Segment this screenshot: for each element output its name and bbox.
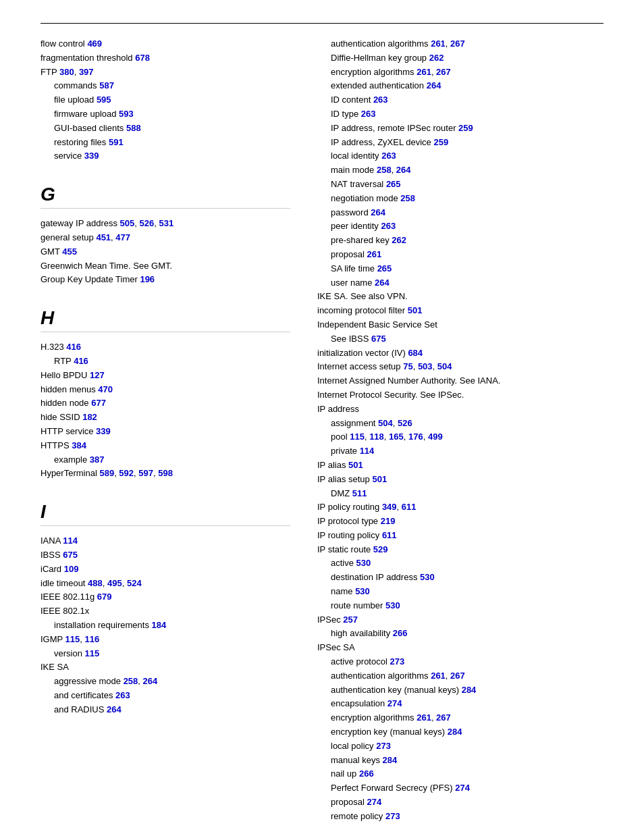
page-link[interactable]: 273 <box>385 811 400 821</box>
page-link[interactable]: 284 <box>462 685 477 695</box>
page-link[interactable]: 109 <box>64 564 79 574</box>
page-link[interactable]: 501 <box>408 305 423 315</box>
page-link[interactable]: 416 <box>66 342 81 352</box>
page-link[interactable]: 530 <box>355 586 370 596</box>
page-link[interactable]: 611 <box>402 502 417 512</box>
page-link[interactable]: 265 <box>377 263 392 273</box>
page-link[interactable]: 499 <box>428 432 443 442</box>
page-link[interactable]: 264 <box>375 278 390 288</box>
page-link[interactable]: 380 <box>59 67 74 77</box>
page-link[interactable]: 274 <box>387 698 402 708</box>
page-link[interactable]: 598 <box>158 468 173 478</box>
page-link[interactable]: 587 <box>99 80 114 90</box>
page-link[interactable]: 264 <box>427 80 441 90</box>
page-link[interactable]: 165 <box>389 432 404 442</box>
page-link[interactable]: 488 <box>88 578 103 588</box>
page-link[interactable]: 273 <box>390 656 404 667</box>
page-link[interactable]: 678 <box>135 53 150 63</box>
page-link[interactable]: 455 <box>62 246 77 257</box>
page-link[interactable]: 114 <box>63 536 78 546</box>
page-link[interactable]: 115 <box>350 432 365 442</box>
page-link[interactable]: 258 <box>124 676 138 686</box>
page-link[interactable]: 263 <box>115 690 130 700</box>
page-link[interactable]: 258 <box>377 165 392 175</box>
page-link[interactable]: 501 <box>372 474 387 484</box>
page-link[interactable]: 114 <box>360 446 375 456</box>
page-link[interactable]: 262 <box>429 53 444 63</box>
page-link[interactable]: 592 <box>119 468 134 478</box>
page-link[interactable]: 262 <box>392 235 406 245</box>
page-link[interactable]: 679 <box>97 592 112 602</box>
page-link[interactable]: 526 <box>398 418 412 428</box>
page-link[interactable]: 477 <box>115 232 130 242</box>
page-link[interactable]: 495 <box>107 578 122 588</box>
page-link[interactable]: 264 <box>143 676 158 686</box>
page-link[interactable]: 176 <box>408 432 423 442</box>
page-link[interactable]: 267 <box>450 671 465 681</box>
page-link[interactable]: 184 <box>152 620 167 630</box>
page-link[interactable]: 261 <box>431 671 446 681</box>
page-link[interactable]: 266 <box>393 628 408 638</box>
page-link[interactable]: 505 <box>120 218 135 228</box>
page-link[interactable]: 266 <box>359 768 374 779</box>
page-link[interactable]: 511 <box>352 488 367 498</box>
page-link[interactable]: 503 <box>418 361 433 371</box>
page-link[interactable]: 595 <box>97 95 111 105</box>
page-link[interactable]: 284 <box>383 755 398 765</box>
page-link[interactable]: 591 <box>109 137 124 147</box>
page-link[interactable]: 118 <box>369 432 384 442</box>
page-link[interactable]: 597 <box>138 468 153 478</box>
page-link[interactable]: 469 <box>87 38 102 49</box>
page-link[interactable]: 677 <box>91 398 106 408</box>
page-link[interactable]: 675 <box>63 550 78 560</box>
page-link[interactable]: 115 <box>85 648 100 658</box>
page-link[interactable]: 273 <box>376 741 391 751</box>
page-link[interactable]: 611 <box>382 530 397 540</box>
page-link[interactable]: 530 <box>420 572 435 582</box>
page-link[interactable]: 264 <box>107 704 122 714</box>
page-link[interactable]: 530 <box>385 600 400 610</box>
page-link[interactable]: 274 <box>367 797 381 807</box>
page-link[interactable]: 264 <box>396 165 411 175</box>
page-link[interactable]: 530 <box>356 558 371 568</box>
page-link[interactable]: 115 <box>65 634 80 644</box>
page-link[interactable]: 265 <box>386 179 401 189</box>
page-link[interactable]: 267 <box>450 38 465 49</box>
page-link[interactable]: 529 <box>373 544 388 554</box>
page-link[interactable]: 267 <box>436 67 451 77</box>
page-link[interactable]: 263 <box>361 109 376 119</box>
page-link[interactable]: 259 <box>458 123 473 133</box>
page-link[interactable]: 501 <box>348 460 363 470</box>
page-link[interactable]: 531 <box>159 218 173 228</box>
page-link[interactable]: 219 <box>381 516 396 526</box>
page-link[interactable]: 470 <box>98 384 113 394</box>
page-link[interactable]: 259 <box>433 137 448 147</box>
page-link[interactable]: 504 <box>378 418 393 428</box>
page-link[interactable]: 261 <box>367 249 381 259</box>
page-link[interactable]: 261 <box>417 67 431 77</box>
page-link[interactable]: 397 <box>79 67 94 77</box>
page-link[interactable]: 116 <box>85 634 100 644</box>
page-link[interactable]: 387 <box>90 454 105 465</box>
page-link[interactable]: 451 <box>96 232 111 242</box>
page-link[interactable]: 274 <box>455 783 470 793</box>
page-link[interactable]: 339 <box>84 151 99 161</box>
page-link[interactable]: 182 <box>82 412 97 422</box>
page-link[interactable]: 593 <box>119 109 134 119</box>
page-link[interactable]: 261 <box>417 712 431 723</box>
page-link[interactable]: 263 <box>373 95 388 105</box>
page-link[interactable]: 504 <box>437 361 452 371</box>
page-link[interactable]: 263 <box>381 221 396 231</box>
page-link[interactable]: 257 <box>343 615 358 625</box>
page-link[interactable]: 267 <box>436 712 451 723</box>
page-link[interactable]: 416 <box>74 356 88 366</box>
page-link[interactable]: 261 <box>431 38 446 49</box>
page-link[interactable]: 127 <box>90 370 105 380</box>
page-link[interactable]: 284 <box>448 727 462 737</box>
page-link[interactable]: 675 <box>371 334 386 344</box>
page-link[interactable]: 589 <box>99 468 114 478</box>
page-link[interactable]: 263 <box>381 151 396 161</box>
page-link[interactable]: 264 <box>371 207 385 217</box>
page-link[interactable]: 258 <box>400 193 415 203</box>
page-link[interactable]: 684 <box>408 348 423 358</box>
